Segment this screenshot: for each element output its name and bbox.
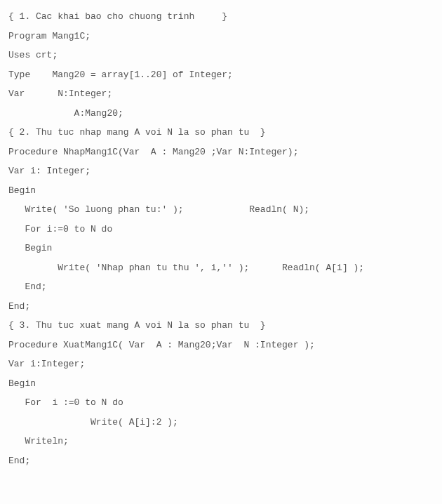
- code-line: Write( 'So luong phan tu:' ); Readln( N)…: [8, 200, 434, 220]
- code-line: End;: [8, 277, 434, 297]
- code-line: Writeln;: [8, 432, 434, 451]
- code-line: End;: [8, 297, 434, 317]
- code-line: Procedure XuatMang1C( Var A : Mang20;Var…: [8, 336, 434, 355]
- code-line: Write( A[i]:2 );: [8, 413, 434, 432]
- code-line: Var N:Integer;: [8, 84, 434, 104]
- code-line: Var i:Integer;: [8, 354, 434, 374]
- code-line: Var i: Integer;: [8, 161, 434, 181]
- code-line: Procedure NhapMang1C(Var A : Mang20 ;Var…: [8, 142, 434, 162]
- code-block: { 1. Cac khai bao cho chuong trinh } Pro…: [8, 7, 434, 470]
- code-line: { 1. Cac khai bao cho chuong trinh }: [8, 7, 434, 27]
- code-line: Program Mang1C;: [8, 27, 434, 46]
- code-line: Uses crt;: [8, 46, 434, 65]
- code-line: Begin: [8, 374, 434, 394]
- code-line: Begin: [8, 181, 434, 201]
- code-line: For i:=0 to N do: [8, 220, 434, 239]
- code-line: Write( 'Nhap phan tu thu ', i,'' ); Read…: [8, 258, 434, 278]
- code-line: Type Mang20 = array[1..20] of Integer;: [8, 65, 434, 85]
- code-line: Begin: [8, 239, 434, 258]
- code-line: { 2. Thu tuc nhap mang A voi N la so pha…: [8, 123, 434, 142]
- code-line: For i :=0 to N do: [8, 393, 434, 413]
- code-line: A:Mang20;: [8, 104, 434, 124]
- code-line: { 3. Thu tuc xuat mang A voi N la so pha…: [8, 316, 434, 336]
- code-line: End;: [8, 451, 434, 471]
